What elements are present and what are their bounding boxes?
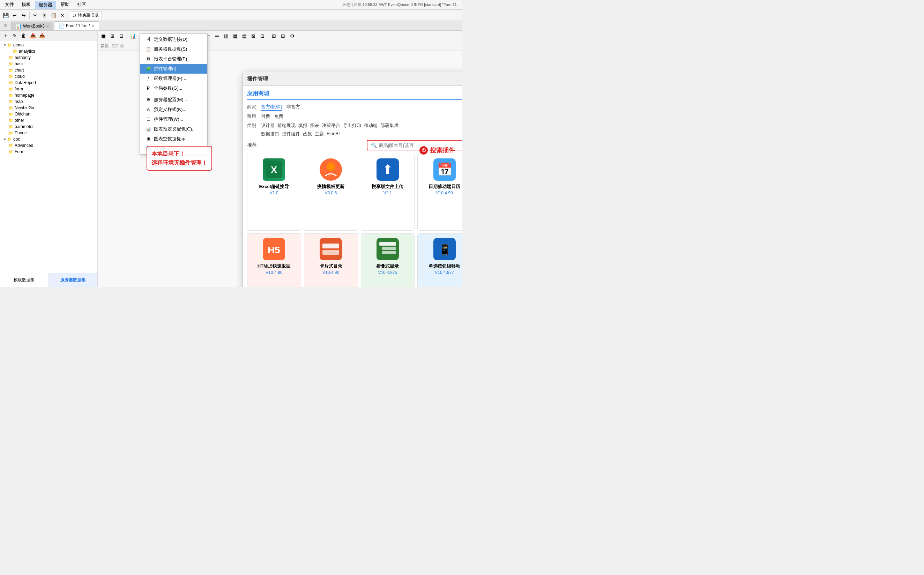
cat-frontend[interactable]: 前端展现 [278,122,295,129]
tree-item-chart[interactable]: 📁 chart [2,67,96,73]
tab-workbook3-close[interactable]: ✕ [46,24,49,28]
tree-item-formdir[interactable]: 📁 Form [2,149,96,155]
menu-server[interactable]: 服务器 [35,1,56,9]
ctx-predefined-style[interactable]: A 预定义样式(K)... [140,105,207,114]
content-tb1[interactable]: ▣ [99,32,108,40]
toolbar-cut-btn[interactable]: ✂ [31,11,40,19]
plugin-card-fold[interactable]: 折叠式目录 V10.4.975 [361,233,415,287]
vendor-label: 商家 [247,104,258,110]
tab-form11-label: Form11.frm * [66,23,90,28]
svg-point-3 [327,163,335,171]
ctx-func-mgr[interactable]: ƒ 函数管理器(F)... [140,74,207,83]
cat-chart[interactable]: 图表 [310,122,319,129]
tree-item-homepage[interactable]: 📁 homepage [2,92,96,98]
tab-workbook3[interactable]: 📊 WorkBook3 ✕ [11,22,53,30]
tree-item-advanced[interactable]: 📁 Advanced [2,142,96,149]
content-tb2[interactable]: ⊞ [108,32,117,40]
app-store-title: 应用商城 [247,90,462,100]
content-widget8[interactable]: ⊡ [258,32,267,40]
toolbar-undo-btn[interactable]: ↩ [11,11,19,19]
plugin-card-covid[interactable]: 疫情模板更新 V3.0.6 [304,154,358,230]
ctx-chart-color[interactable]: 📊 图表预定义配色(C)... [140,124,207,134]
vendor-opt-unofficial[interactable]: 非官方 [286,103,300,111]
ctx-chart-empty[interactable]: ▣ 图表空数据提示 [140,134,207,144]
search-icon: 🔍 [371,142,377,148]
ctx-global-param[interactable]: P 全局参数(G)... [140,83,207,93]
ctx-widget-mgmt[interactable]: ☐ 控件管理(W)... [140,114,207,124]
tree-item-demo[interactable]: ▼ 📁 demo [2,42,96,48]
tree-item-authority[interactable]: 📁 authority [2,54,96,61]
plugin-card-upload[interactable]: ⬆ 悦享版文件上传 V2.1 [361,154,415,230]
tree-item-map[interactable]: 📁 map [2,98,96,105]
tree-item-datareport[interactable]: 📁 DataReport [2,79,96,86]
plugin-card-calendar[interactable]: 📅 日期移动端日历 V10.4.90 [418,154,462,230]
toolbar-redo-btn[interactable]: ↪ [19,11,28,19]
sidebar-tab-template[interactable]: 模板数据集 [0,273,49,287]
content-widget3[interactable]: ═ [213,32,221,40]
toolbar-convert-btn[interactable]: ⇄ 转换至旧版 [70,11,102,19]
tree-item-cloud[interactable]: 📁 cloud [2,73,96,79]
ctx-plugin-mgmt[interactable]: 🧩 插件管理(I) [140,64,207,74]
menu-community[interactable]: 社区 [74,1,90,9]
plugin-card-radio[interactable]: 📱 单选按钮组移动 V10.4.977 [418,233,462,287]
content-widget4[interactable]: ▥ [222,32,230,40]
cat-deploy[interactable]: 部署集成 [380,122,398,129]
main-area: + ✎ 🗑 📥 📤 ▼ 📁 demo 📁 analytics 📁 authori… [0,31,462,287]
tree-item-parameter[interactable]: 📁 parameter [2,124,96,130]
content-tb3[interactable]: ⊟ [117,32,125,40]
content-chart1[interactable]: 📊 [129,32,137,40]
tree-item-other[interactable]: 📁 other [2,117,96,124]
content-widget5[interactable]: ▦ [231,32,240,40]
sidebar-edit-btn[interactable]: ✎ [11,32,19,40]
tree-item-oldchart[interactable]: 📁 Oldchart [2,111,96,117]
plugin-icon-upload: ⬆ [376,159,399,181]
content-prop2[interactable]: ⊟ [279,32,287,40]
cat-designer[interactable]: 设计器 [261,122,275,129]
tree-item-analytics[interactable]: 📁 analytics [2,48,96,54]
sidebar-export-btn[interactable]: 📤 [38,32,46,40]
toolbar-close-btn[interactable]: ✕ [58,11,67,19]
tree-item-form[interactable]: 📁 form [2,86,96,92]
cat-export[interactable]: 导出打印 [343,122,361,129]
cat-finebi[interactable]: FineBI [327,131,340,137]
fee-opt-free[interactable]: 免费 [274,113,283,120]
plugin-card-html5[interactable]: H5 HTML5快速返回 V10.4.80 [247,233,301,287]
toolbar-paste-btn[interactable]: 📋 [49,11,57,19]
content-widget6[interactable]: ▤ [240,32,248,40]
content-prop1[interactable]: ⊞ [270,32,278,40]
toolbar-sep1 [29,12,30,19]
vendor-opt-official[interactable]: 官方(帆软) [261,103,282,111]
ctx-server-config[interactable]: ⚙ 服务器配置(M)... [140,95,207,105]
menu-help[interactable]: 帮助 [57,1,73,9]
tab-form11-close[interactable]: ✕ [92,24,95,28]
plugin-card-card[interactable]: 卡片式目录 V10.4.90 [304,233,358,287]
svg-text:X: X [271,164,278,175]
ctx-server-dataset[interactable]: 📋 服务器数据集(S) [140,44,207,54]
toolbar-copy-btn[interactable]: ⎘ [40,11,49,19]
cat-func[interactable]: 函数 [303,131,312,137]
cat-data-interface[interactable]: 数据接口 [261,131,279,137]
menu-file[interactable]: 文件 [2,1,17,9]
cat-fill[interactable]: 填报 [298,122,307,129]
sidebar-import-btn[interactable]: 📥 [29,32,37,40]
sidebar-tab-server[interactable]: 服务器数据集 [49,273,98,287]
fee-opt-paid[interactable]: 付费 [261,113,270,120]
toolbar-save-btn[interactable]: 💾 [2,11,10,19]
tree-item-phone[interactable]: 📁 Phone [2,130,96,136]
content-settings[interactable]: ⚙ [288,32,296,40]
plugin-card-excel[interactable]: X Excel超链接导 V1.0 [247,154,301,230]
ctx-platform-mgmt[interactable]: 🖥 报表平台管理(P) [140,54,207,64]
sidebar-delete-btn[interactable]: 🗑 [19,32,28,40]
tab-form11[interactable]: 📄 Form11.frm * ✕ [54,21,99,30]
tree-item-doc[interactable]: ▼ 📁 doc [2,136,96,142]
menu-template[interactable]: 模板 [18,1,34,9]
ctx-define-data[interactable]: 🗄 定义数据连接(D) [140,35,207,44]
tree-item-newbiegu[interactable]: 📁 NewbieGu [2,105,96,111]
sidebar-add-btn[interactable]: + [2,32,10,40]
cat-decision[interactable]: 决策平台 [322,122,340,129]
cat-mobile[interactable]: 移动端 [364,122,378,129]
cat-theme[interactable]: 主题 [315,131,324,137]
cat-widget[interactable]: 控件组件 [282,131,300,137]
content-widget7[interactable]: ⊠ [249,32,257,40]
tree-item-basic[interactable]: 📁 basic [2,61,96,67]
